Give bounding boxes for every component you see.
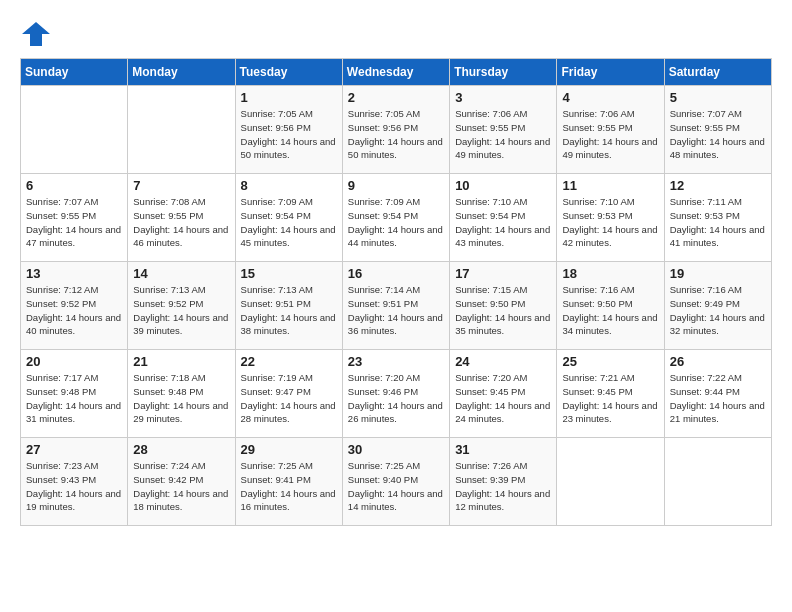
calendar-cell (664, 438, 771, 526)
day-info: Sunrise: 7:17 AM Sunset: 9:48 PM Dayligh… (26, 371, 122, 426)
day-info: Sunrise: 7:14 AM Sunset: 9:51 PM Dayligh… (348, 283, 444, 338)
calendar-cell (557, 438, 664, 526)
day-number: 31 (455, 442, 551, 457)
day-number: 26 (670, 354, 766, 369)
calendar-cell: 23Sunrise: 7:20 AM Sunset: 9:46 PM Dayli… (342, 350, 449, 438)
calendar-cell: 4Sunrise: 7:06 AM Sunset: 9:55 PM Daylig… (557, 86, 664, 174)
day-info: Sunrise: 7:10 AM Sunset: 9:54 PM Dayligh… (455, 195, 551, 250)
week-row-3: 13Sunrise: 7:12 AM Sunset: 9:52 PM Dayli… (21, 262, 772, 350)
day-info: Sunrise: 7:06 AM Sunset: 9:55 PM Dayligh… (455, 107, 551, 162)
calendar-cell: 15Sunrise: 7:13 AM Sunset: 9:51 PM Dayli… (235, 262, 342, 350)
day-info: Sunrise: 7:26 AM Sunset: 9:39 PM Dayligh… (455, 459, 551, 514)
calendar-cell: 25Sunrise: 7:21 AM Sunset: 9:45 PM Dayli… (557, 350, 664, 438)
page-header (20, 20, 772, 48)
day-of-week-monday: Monday (128, 59, 235, 86)
calendar-cell: 2Sunrise: 7:05 AM Sunset: 9:56 PM Daylig… (342, 86, 449, 174)
day-of-week-thursday: Thursday (450, 59, 557, 86)
calendar-cell: 24Sunrise: 7:20 AM Sunset: 9:45 PM Dayli… (450, 350, 557, 438)
calendar-cell: 9Sunrise: 7:09 AM Sunset: 9:54 PM Daylig… (342, 174, 449, 262)
day-number: 10 (455, 178, 551, 193)
day-number: 7 (133, 178, 229, 193)
day-of-week-tuesday: Tuesday (235, 59, 342, 86)
calendar-cell: 19Sunrise: 7:16 AM Sunset: 9:49 PM Dayli… (664, 262, 771, 350)
day-number: 17 (455, 266, 551, 281)
calendar-cell: 28Sunrise: 7:24 AM Sunset: 9:42 PM Dayli… (128, 438, 235, 526)
calendar-header: SundayMondayTuesdayWednesdayThursdayFrid… (21, 59, 772, 86)
calendar-cell: 21Sunrise: 7:18 AM Sunset: 9:48 PM Dayli… (128, 350, 235, 438)
day-number: 13 (26, 266, 122, 281)
day-info: Sunrise: 7:05 AM Sunset: 9:56 PM Dayligh… (241, 107, 337, 162)
day-info: Sunrise: 7:08 AM Sunset: 9:55 PM Dayligh… (133, 195, 229, 250)
day-info: Sunrise: 7:21 AM Sunset: 9:45 PM Dayligh… (562, 371, 658, 426)
calendar-cell: 22Sunrise: 7:19 AM Sunset: 9:47 PM Dayli… (235, 350, 342, 438)
day-number: 3 (455, 90, 551, 105)
calendar-cell: 26Sunrise: 7:22 AM Sunset: 9:44 PM Dayli… (664, 350, 771, 438)
day-info: Sunrise: 7:06 AM Sunset: 9:55 PM Dayligh… (562, 107, 658, 162)
day-number: 5 (670, 90, 766, 105)
calendar-cell: 11Sunrise: 7:10 AM Sunset: 9:53 PM Dayli… (557, 174, 664, 262)
calendar-body: 1Sunrise: 7:05 AM Sunset: 9:56 PM Daylig… (21, 86, 772, 526)
day-info: Sunrise: 7:12 AM Sunset: 9:52 PM Dayligh… (26, 283, 122, 338)
day-number: 12 (670, 178, 766, 193)
logo (20, 20, 56, 48)
day-number: 21 (133, 354, 229, 369)
calendar-cell: 3Sunrise: 7:06 AM Sunset: 9:55 PM Daylig… (450, 86, 557, 174)
calendar-cell: 10Sunrise: 7:10 AM Sunset: 9:54 PM Dayli… (450, 174, 557, 262)
day-number: 14 (133, 266, 229, 281)
calendar-cell: 1Sunrise: 7:05 AM Sunset: 9:56 PM Daylig… (235, 86, 342, 174)
day-info: Sunrise: 7:20 AM Sunset: 9:45 PM Dayligh… (455, 371, 551, 426)
day-number: 4 (562, 90, 658, 105)
calendar-cell: 8Sunrise: 7:09 AM Sunset: 9:54 PM Daylig… (235, 174, 342, 262)
calendar-cell: 20Sunrise: 7:17 AM Sunset: 9:48 PM Dayli… (21, 350, 128, 438)
day-info: Sunrise: 7:15 AM Sunset: 9:50 PM Dayligh… (455, 283, 551, 338)
calendar-cell: 27Sunrise: 7:23 AM Sunset: 9:43 PM Dayli… (21, 438, 128, 526)
day-info: Sunrise: 7:13 AM Sunset: 9:52 PM Dayligh… (133, 283, 229, 338)
calendar-cell: 31Sunrise: 7:26 AM Sunset: 9:39 PM Dayli… (450, 438, 557, 526)
calendar-cell (21, 86, 128, 174)
day-number: 25 (562, 354, 658, 369)
week-row-5: 27Sunrise: 7:23 AM Sunset: 9:43 PM Dayli… (21, 438, 772, 526)
day-number: 23 (348, 354, 444, 369)
days-of-week-row: SundayMondayTuesdayWednesdayThursdayFrid… (21, 59, 772, 86)
day-info: Sunrise: 7:25 AM Sunset: 9:41 PM Dayligh… (241, 459, 337, 514)
day-info: Sunrise: 7:09 AM Sunset: 9:54 PM Dayligh… (348, 195, 444, 250)
day-info: Sunrise: 7:20 AM Sunset: 9:46 PM Dayligh… (348, 371, 444, 426)
calendar-cell: 30Sunrise: 7:25 AM Sunset: 9:40 PM Dayli… (342, 438, 449, 526)
day-number: 15 (241, 266, 337, 281)
day-number: 19 (670, 266, 766, 281)
day-number: 9 (348, 178, 444, 193)
day-of-week-sunday: Sunday (21, 59, 128, 86)
day-number: 18 (562, 266, 658, 281)
calendar-cell: 16Sunrise: 7:14 AM Sunset: 9:51 PM Dayli… (342, 262, 449, 350)
day-number: 24 (455, 354, 551, 369)
day-of-week-wednesday: Wednesday (342, 59, 449, 86)
week-row-4: 20Sunrise: 7:17 AM Sunset: 9:48 PM Dayli… (21, 350, 772, 438)
day-info: Sunrise: 7:23 AM Sunset: 9:43 PM Dayligh… (26, 459, 122, 514)
week-row-1: 1Sunrise: 7:05 AM Sunset: 9:56 PM Daylig… (21, 86, 772, 174)
calendar-table: SundayMondayTuesdayWednesdayThursdayFrid… (20, 58, 772, 526)
calendar-cell: 18Sunrise: 7:16 AM Sunset: 9:50 PM Dayli… (557, 262, 664, 350)
day-info: Sunrise: 7:13 AM Sunset: 9:51 PM Dayligh… (241, 283, 337, 338)
day-number: 22 (241, 354, 337, 369)
calendar-cell: 7Sunrise: 7:08 AM Sunset: 9:55 PM Daylig… (128, 174, 235, 262)
day-of-week-friday: Friday (557, 59, 664, 86)
day-number: 20 (26, 354, 122, 369)
svg-marker-0 (22, 22, 50, 46)
day-number: 6 (26, 178, 122, 193)
day-of-week-saturday: Saturday (664, 59, 771, 86)
calendar-cell: 13Sunrise: 7:12 AM Sunset: 9:52 PM Dayli… (21, 262, 128, 350)
day-info: Sunrise: 7:25 AM Sunset: 9:40 PM Dayligh… (348, 459, 444, 514)
day-number: 28 (133, 442, 229, 457)
day-info: Sunrise: 7:07 AM Sunset: 9:55 PM Dayligh… (26, 195, 122, 250)
day-info: Sunrise: 7:05 AM Sunset: 9:56 PM Dayligh… (348, 107, 444, 162)
day-info: Sunrise: 7:16 AM Sunset: 9:49 PM Dayligh… (670, 283, 766, 338)
day-info: Sunrise: 7:24 AM Sunset: 9:42 PM Dayligh… (133, 459, 229, 514)
day-number: 27 (26, 442, 122, 457)
day-info: Sunrise: 7:16 AM Sunset: 9:50 PM Dayligh… (562, 283, 658, 338)
calendar-cell: 29Sunrise: 7:25 AM Sunset: 9:41 PM Dayli… (235, 438, 342, 526)
day-info: Sunrise: 7:09 AM Sunset: 9:54 PM Dayligh… (241, 195, 337, 250)
calendar-cell: 14Sunrise: 7:13 AM Sunset: 9:52 PM Dayli… (128, 262, 235, 350)
day-number: 8 (241, 178, 337, 193)
calendar-cell (128, 86, 235, 174)
calendar-cell: 6Sunrise: 7:07 AM Sunset: 9:55 PM Daylig… (21, 174, 128, 262)
